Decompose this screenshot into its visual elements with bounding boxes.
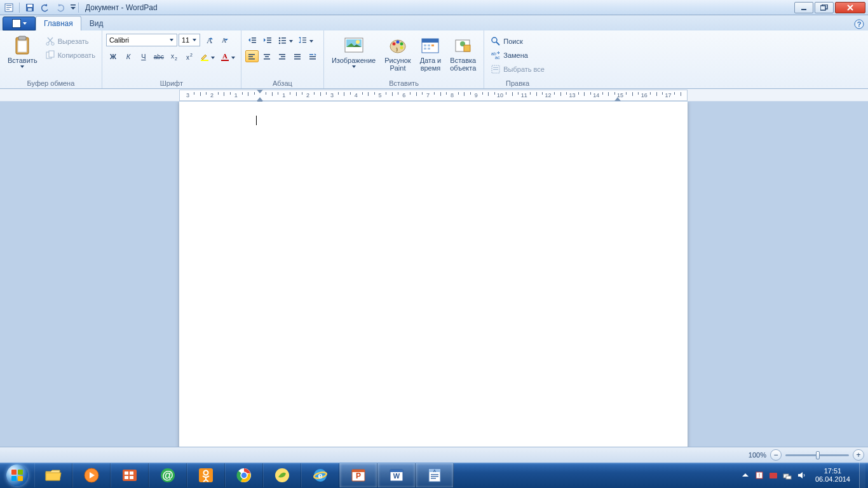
help-button[interactable]: ? bbox=[853, 18, 865, 30]
line-spacing-button[interactable] bbox=[296, 34, 315, 46]
paragraph-dialog-button[interactable] bbox=[306, 50, 320, 63]
font-size-combo[interactable]: 11 bbox=[179, 34, 200, 46]
tray-action-center-icon[interactable]: ! bbox=[754, 470, 764, 480]
svg-rect-120 bbox=[786, 476, 791, 479]
font-color-button[interactable]: A bbox=[218, 50, 237, 63]
decrease-indent-button[interactable] bbox=[245, 34, 259, 46]
maximize-button[interactable] bbox=[815, 2, 834, 13]
tab-view[interactable]: Вид bbox=[81, 16, 112, 30]
align-left-button[interactable] bbox=[245, 50, 259, 62]
tab-home[interactable]: Главная bbox=[36, 16, 81, 30]
calendar-icon bbox=[420, 35, 440, 55]
insert-paint-label: РисунокPaint bbox=[384, 57, 411, 72]
grow-font-button[interactable]: A bbox=[201, 34, 215, 46]
taskbar-ie[interactable]: e bbox=[301, 463, 339, 487]
zoom-value[interactable]: 100% bbox=[749, 451, 766, 459]
close-button[interactable] bbox=[835, 2, 865, 13]
taskbar-wordpad[interactable]: A bbox=[416, 463, 454, 487]
svg-rect-34 bbox=[267, 42, 271, 43]
at-icon: @ bbox=[159, 466, 177, 484]
zoom-slider-thumb[interactable] bbox=[816, 451, 820, 459]
font-name-combo[interactable]: Calibri bbox=[106, 34, 177, 46]
start-button[interactable] bbox=[0, 463, 34, 488]
insert-datetime-button[interactable]: Дата ивремя bbox=[416, 32, 445, 73]
document-page[interactable] bbox=[179, 102, 688, 447]
file-menu-button[interactable] bbox=[3, 17, 36, 30]
zoom-in-button[interactable]: + bbox=[853, 449, 864, 461]
taskbar-app-1[interactable] bbox=[111, 463, 149, 487]
find-label: Поиск bbox=[503, 37, 522, 45]
bold-button[interactable]: Ж bbox=[106, 50, 120, 63]
svg-rect-6 bbox=[28, 8, 32, 11]
tray-network-icon[interactable] bbox=[782, 470, 792, 480]
replace-button[interactable]: abac Замена bbox=[488, 49, 531, 62]
shrink-font-button[interactable]: A bbox=[217, 34, 231, 46]
zoom-slider[interactable] bbox=[785, 454, 849, 456]
svg-point-17 bbox=[51, 43, 53, 45]
underline-button[interactable]: Ч bbox=[137, 50, 151, 63]
taskbar-clock[interactable]: 17:51 06.04.2014 bbox=[810, 467, 855, 484]
taskbar-word[interactable]: W bbox=[377, 463, 416, 487]
svg-rect-69 bbox=[422, 39, 438, 43]
italic-button[interactable]: К bbox=[121, 50, 135, 63]
highlight-color-button[interactable] bbox=[198, 50, 217, 63]
save-button[interactable] bbox=[24, 1, 36, 14]
taskbar-media-player[interactable] bbox=[72, 463, 111, 487]
system-tray: ! 17:51 06.04.2014 bbox=[740, 463, 868, 488]
qat-customize[interactable] bbox=[69, 1, 77, 14]
align-justify-button[interactable] bbox=[290, 50, 304, 63]
svg-rect-10 bbox=[820, 6, 825, 10]
wordpad-icon[interactable] bbox=[3, 1, 15, 14]
svg-rect-31 bbox=[252, 42, 256, 43]
tray-volume-icon[interactable] bbox=[796, 470, 806, 480]
group-label-clipboard: Буфер обмена bbox=[4, 78, 98, 88]
svg-rect-46 bbox=[248, 56, 253, 57]
svg-rect-32 bbox=[267, 37, 271, 39]
svg-text:x: x bbox=[171, 53, 174, 60]
ribbon: Вставить Вырезать Копировать Буфер обмен… bbox=[0, 30, 868, 89]
taskbar-mail-agent[interactable]: @ bbox=[149, 463, 187, 487]
subscript-button[interactable]: x2 bbox=[167, 50, 181, 63]
redo-button[interactable] bbox=[54, 1, 67, 14]
show-desktop-button[interactable] bbox=[859, 463, 865, 488]
svg-rect-118 bbox=[770, 473, 777, 478]
taskbar-explorer[interactable] bbox=[34, 463, 72, 487]
taskbar-chrome[interactable] bbox=[225, 463, 263, 487]
bullet-list-button[interactable] bbox=[276, 34, 295, 46]
svg-rect-74 bbox=[428, 48, 430, 50]
taskbar-odnoklassniki[interactable] bbox=[187, 463, 225, 487]
first-line-indent-marker[interactable] bbox=[257, 90, 263, 93]
insert-paint-button[interactable]: РисунокPaint bbox=[381, 32, 415, 73]
insert-image-button[interactable]: Изображение bbox=[328, 32, 379, 69]
horizontal-ruler[interactable]: 3211234567891011121314151617 bbox=[179, 90, 688, 101]
svg-text:2: 2 bbox=[175, 57, 177, 61]
svg-rect-15 bbox=[18, 41, 27, 52]
svg-rect-89 bbox=[123, 470, 137, 481]
minimize-button[interactable] bbox=[794, 2, 813, 13]
clock-date: 06.04.2014 bbox=[815, 475, 850, 484]
undo-button[interactable] bbox=[39, 1, 51, 14]
zoom-out-button[interactable]: − bbox=[770, 449, 782, 461]
svg-point-37 bbox=[279, 43, 281, 44]
svg-rect-51 bbox=[279, 54, 285, 55]
taskbar-powerpoint[interactable]: P bbox=[339, 463, 377, 487]
find-button[interactable]: Поиск bbox=[488, 35, 525, 48]
align-right-button[interactable] bbox=[275, 50, 289, 63]
increase-indent-button[interactable] bbox=[261, 34, 275, 46]
svg-rect-48 bbox=[264, 54, 270, 55]
svg-rect-28 bbox=[221, 60, 229, 61]
strikethrough-button[interactable]: abc bbox=[152, 50, 166, 63]
svg-rect-14 bbox=[18, 36, 26, 40]
tray-show-hidden[interactable] bbox=[740, 470, 750, 480]
text-caret bbox=[256, 116, 257, 125]
taskbar-app-2[interactable] bbox=[263, 463, 301, 487]
svg-rect-71 bbox=[428, 44, 430, 46]
insert-object-button[interactable]: Вставкаобъекта bbox=[446, 32, 480, 73]
quick-access-toolbar bbox=[3, 1, 77, 14]
svg-text:e: e bbox=[318, 471, 322, 480]
tray-app-icon[interactable] bbox=[768, 470, 778, 480]
paste-button[interactable]: Вставить bbox=[4, 32, 41, 69]
align-center-button[interactable] bbox=[260, 50, 274, 63]
superscript-button[interactable]: x2 bbox=[182, 50, 196, 63]
svg-rect-33 bbox=[267, 40, 271, 41]
